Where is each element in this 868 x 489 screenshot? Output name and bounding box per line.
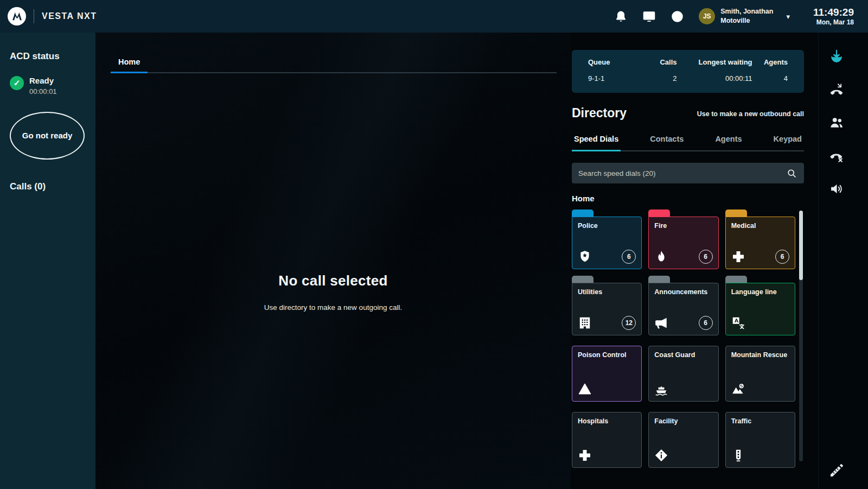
speed-dial-folder-police[interactable]: Police6 [572, 209, 642, 269]
call-reject-button[interactable] [829, 148, 844, 163]
translate-icon [731, 316, 745, 330]
folder-label: Mountain Rescue [731, 351, 789, 359]
folder-label: Language line [731, 288, 789, 296]
brand: VESTA NXT [8, 7, 97, 26]
speed-dial-folder-traffic[interactable]: Traffic [725, 408, 795, 468]
line-annotate-button[interactable] [829, 463, 844, 478]
calls-section-title: Calls (0) [10, 181, 86, 192]
app-title: VESTA NXT [42, 11, 97, 21]
folder-label: Police [578, 222, 636, 230]
workstation-monitor-icon[interactable] [642, 10, 656, 23]
acd-timer: 00:00:01 [29, 87, 57, 96]
folder-label: Coast Guard [654, 351, 712, 359]
speed-dial-folder-fire[interactable]: Fire6 [648, 209, 718, 269]
chevron-down-icon[interactable]: ▾ [786, 12, 790, 21]
user-name: Smith, Jonathan [720, 7, 773, 17]
notifications-bell-icon[interactable] [614, 10, 628, 23]
directory-tab-agents[interactable]: Agents [713, 135, 744, 150]
clock-date: Mon, Mar 18 [813, 18, 854, 27]
folder-tab [725, 209, 747, 217]
folder-body: Utilities12 [572, 283, 642, 335]
folder-footer: 6 [654, 316, 712, 330]
queue-column-header: Calls [637, 58, 677, 66]
directory-title: Directory [572, 106, 627, 120]
folder-label: Fire [654, 222, 712, 230]
top-bar: VESTA NXT JS Smith, Jonathan Motoville ▾… [0, 0, 868, 33]
directory-tab-contacts[interactable]: Contacts [648, 135, 686, 150]
folder-label: Poison Control [578, 351, 636, 359]
speed-dial-folder-utilities[interactable]: Utilities12 [572, 276, 642, 335]
grid-scrollbar-thumb[interactable] [799, 211, 803, 280]
queue-rows: 9-1-1200:00:114 [588, 74, 788, 82]
search-input[interactable] [578, 169, 786, 177]
folder-footer [654, 382, 712, 396]
folder-body: Police6 [572, 217, 642, 269]
speed-dial-folder-poison-control[interactable]: Poison Control [572, 342, 642, 402]
speed-dial-grid: Police6Fire6Medical6Utilities12Announcem… [572, 209, 795, 468]
queue-header-row: QueueCallsLongest waitingAgents [588, 58, 788, 66]
queue-summary-card: QueueCallsLongest waitingAgents 9-1-1200… [572, 50, 804, 93]
medical-cross-icon [731, 250, 745, 264]
speed-dial-folder-medical[interactable]: Medical6 [725, 209, 795, 269]
folder-tab [572, 209, 593, 217]
queue-column-header: Agents [752, 58, 788, 66]
queue-cell: 9-1-1 [588, 74, 637, 82]
folder-count-badge: 12 [622, 316, 636, 330]
speed-dial-search [572, 163, 804, 183]
folder-footer: 6 [654, 250, 712, 264]
folder-tab [648, 276, 670, 283]
folder-count-badge: 6 [699, 250, 713, 264]
clock-time: 11:49:29 [813, 6, 854, 19]
agents-queue-button[interactable] [829, 115, 844, 130]
flame-icon [654, 250, 668, 264]
go-not-ready-button[interactable]: Go not ready [10, 112, 85, 160]
empty-state-title: No call selected [95, 272, 571, 289]
search-icon[interactable] [786, 168, 797, 179]
user-location: Motoville [720, 16, 773, 26]
folder-tab [648, 209, 670, 217]
traffic-signal-icon [731, 448, 745, 462]
tab-home[interactable]: Home [111, 58, 148, 73]
volume-button[interactable] [829, 181, 844, 196]
empty-state: No call selected Use directory to make a… [95, 272, 571, 312]
folder-body: Language line [725, 283, 795, 335]
top-bar-actions: JS Smith, Jonathan Motoville ▾ 11:49:29 … [614, 6, 854, 27]
folder-footer [578, 382, 636, 396]
folder-body: Fire6 [648, 217, 718, 269]
directory-tab-speed-dials[interactable]: Speed Dials [572, 135, 621, 151]
directory-tabs: Speed DialsContactsAgentsKeypad [572, 135, 804, 151]
facility-diamond-icon [654, 448, 668, 462]
help-icon[interactable] [671, 10, 684, 23]
folder-body: Coast Guard [648, 346, 718, 402]
vesta-nxt-app: VESTA NXT JS Smith, Jonathan Motoville ▾… [0, 0, 868, 489]
user-menu[interactable]: JS Smith, Jonathan Motoville ▾ [699, 7, 790, 26]
folder-body: Poison Control [572, 346, 642, 402]
mountain-icon [731, 382, 745, 396]
folder-footer [731, 316, 789, 330]
folder-label: Hospitals [578, 417, 636, 425]
speed-dial-folder-announcements[interactable]: Announcements6 [648, 276, 718, 335]
folder-footer: 12 [578, 316, 636, 330]
call-workspace: Home No call selected Use directory to m… [95, 33, 571, 489]
folder-tab [572, 276, 593, 283]
speed-dial-folder-mountain-rescue[interactable]: Mountain Rescue [725, 342, 795, 402]
call-release-button[interactable] [829, 82, 844, 97]
folder-body: Hospitals [572, 412, 642, 468]
avatar: JS [699, 8, 715, 24]
queue-column-header: Longest waiting [677, 58, 752, 66]
clock: 11:49:29 Mon, Mar 18 [813, 6, 854, 27]
folder-count-badge: 6 [622, 250, 636, 264]
speed-dial-folder-language-line[interactable]: Language line [725, 276, 795, 335]
warning-triangle-icon [578, 382, 592, 396]
speed-dial-folder-coast-guard[interactable]: Coast Guard [648, 342, 718, 402]
call-answer-button[interactable] [829, 49, 844, 64]
ship-icon [654, 382, 668, 396]
folder-body: Announcements6 [648, 283, 718, 335]
directory-tab-keypad[interactable]: Keypad [771, 135, 804, 150]
folder-tab [725, 276, 747, 283]
speed-dial-folder-facility[interactable]: Facility [648, 408, 718, 468]
speed-dial-folder-hospitals[interactable]: Hospitals [572, 408, 642, 468]
folder-count-badge: 6 [699, 316, 713, 330]
folder-label: Utilities [578, 288, 636, 296]
queue-cell: 2 [637, 74, 677, 82]
